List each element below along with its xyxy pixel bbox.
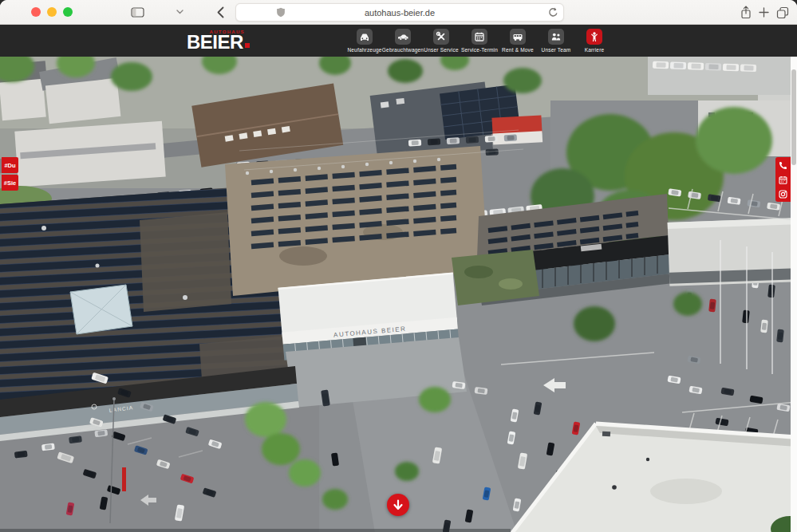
logo-autohaus-text: AUTOHAUS <box>210 30 245 34</box>
chevron-down-icon[interactable] <box>172 6 187 18</box>
close-button[interactable] <box>31 7 41 17</box>
nav-item-rent-move[interactable]: Rent & Move <box>499 25 537 57</box>
nav-item-label: Service-Termin <box>461 47 498 53</box>
nav-item-karriere[interactable]: Karriere <box>575 25 614 57</box>
hashtag-badges: #Du #Sie <box>2 157 18 191</box>
toolbar-right-buttons <box>740 6 789 22</box>
car-side-icon <box>395 29 411 45</box>
nav-item-service-termin[interactable]: Service-Termin <box>460 25 499 57</box>
back-icon[interactable] <box>213 6 227 18</box>
hashtag-sie-badge[interactable]: #Sie <box>2 175 18 191</box>
down-arrow-icon <box>387 494 409 516</box>
career-person-icon <box>586 29 602 45</box>
car-front-icon <box>357 29 373 45</box>
url-bar[interactable]: autohaus-beier.de <box>235 3 564 22</box>
scroll-down-button[interactable] <box>387 494 409 516</box>
privacy-shield-icon[interactable] <box>276 7 286 19</box>
logo-red-square <box>245 43 250 48</box>
nav-item-label: Neufahrzeuge <box>347 47 381 53</box>
service-tools-icon <box>433 29 449 45</box>
calendar-icon <box>471 29 487 45</box>
main-menu: Neufahrzeuge Gebrauchtwagen Unser Servic… <box>345 25 614 57</box>
instagram-icon[interactable] <box>779 189 788 199</box>
nav-item-label: Unser Team <box>542 47 571 53</box>
team-icon <box>548 29 564 45</box>
site-logo[interactable]: AUTOHAUS BEIER <box>187 27 250 54</box>
hero-section: AUTOHAUS BEIER LANCIA <box>0 57 797 532</box>
green-roof <box>452 250 539 305</box>
nav-item-unser-service[interactable]: Unser Service <box>422 25 460 57</box>
new-tab-icon[interactable] <box>759 6 769 22</box>
phone-icon[interactable] <box>779 160 788 170</box>
browser-window: autohaus-beier.de AUTOHAUS BEIER <box>0 0 797 532</box>
nav-item-label: Karriere <box>585 47 605 53</box>
browser-toolbar: autohaus-beier.de <box>0 0 797 25</box>
reload-icon[interactable] <box>547 7 558 19</box>
zoom-button[interactable] <box>63 7 73 17</box>
nav-item-unser-team[interactable]: Unser Team <box>537 25 575 57</box>
nav-item-label: Unser Service <box>424 47 458 53</box>
right-canopy-building <box>668 218 797 286</box>
nav-item-neufahrzeuge[interactable]: Neufahrzeuge <box>345 25 384 57</box>
hero-aerial-photo: AUTOHAUS BEIER LANCIA <box>0 57 797 532</box>
share-icon[interactable] <box>740 6 752 22</box>
url-text: autohaus-beier.de <box>365 8 435 18</box>
traffic-lights <box>31 7 73 17</box>
page-scrollbar-track[interactable] <box>791 57 797 532</box>
contact-side-bar <box>775 157 791 202</box>
sidebar-icon[interactable] <box>130 6 144 18</box>
nav-item-gebrauchtwagen[interactable]: Gebrauchtwagen <box>384 25 422 57</box>
minimize-button[interactable] <box>47 7 57 17</box>
page-scrollbar-thumb[interactable] <box>791 69 796 165</box>
appointment-calendar-icon[interactable] <box>779 175 788 184</box>
van-icon <box>510 29 526 45</box>
nav-item-label: Rent & Move <box>502 47 534 53</box>
site-navbar: AUTOHAUS BEIER Neufahrzeuge Gebrauchtwag… <box>0 25 797 57</box>
tabs-overview-icon[interactable] <box>776 6 789 22</box>
hashtag-du-badge[interactable]: #Du <box>2 157 18 173</box>
nav-item-label: Gebrauchtwagen <box>382 47 424 53</box>
